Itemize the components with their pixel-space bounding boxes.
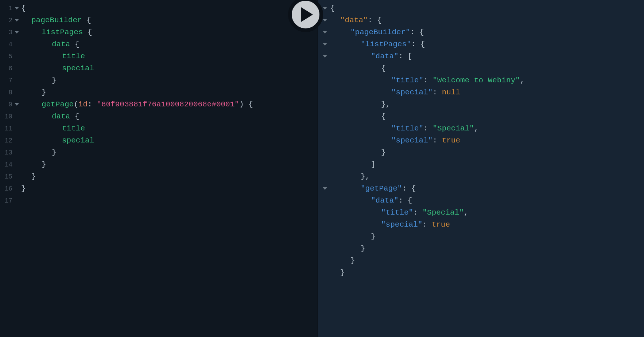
line-number: 8 xyxy=(4,89,12,96)
code-line[interactable]: } xyxy=(21,146,317,158)
code-line[interactable]: listPages { xyxy=(21,26,317,38)
code-line[interactable]: data { xyxy=(21,38,317,50)
code-line[interactable]: getPage(id: "60f903881f76a1000820068e#00… xyxy=(21,98,317,110)
gutter-line xyxy=(318,158,330,171)
gutter-line: 11 xyxy=(0,122,21,134)
code-line[interactable]: "data": { xyxy=(330,14,644,26)
code-line[interactable]: title xyxy=(21,122,317,134)
code-line[interactable]: data { xyxy=(21,110,317,122)
fold-toggle-icon[interactable] xyxy=(15,7,19,9)
gutter-line: 8 xyxy=(0,86,21,98)
line-number: 13 xyxy=(4,149,12,156)
response-viewer-pane: {"data": {"pageBuilder": {"listPages": {… xyxy=(317,0,644,337)
code-line[interactable]: } xyxy=(21,183,317,195)
gutter-line xyxy=(318,74,330,86)
fold-toggle-icon[interactable] xyxy=(323,187,327,190)
fold-toggle-icon[interactable] xyxy=(323,7,327,9)
fold-toggle-icon[interactable] xyxy=(323,31,327,34)
code-line[interactable]: }, xyxy=(330,171,644,183)
line-number: 15 xyxy=(4,173,12,180)
gutter-line xyxy=(318,219,330,231)
code-line[interactable]: special xyxy=(21,62,317,74)
gutter-line xyxy=(318,134,330,146)
gutter-line: 12 xyxy=(0,134,21,146)
line-number: 9 xyxy=(4,101,12,108)
code-line[interactable]: "special": null xyxy=(330,86,644,98)
gutter-line xyxy=(318,183,330,195)
gutter-line xyxy=(318,86,330,98)
code-line[interactable]: "title": "Special", xyxy=(330,207,644,219)
code-line[interactable]: "pageBuilder": { xyxy=(330,26,644,38)
code-line[interactable]: } xyxy=(21,171,317,183)
line-number: 5 xyxy=(4,53,12,60)
play-icon xyxy=(301,7,313,22)
fold-toggle-icon[interactable] xyxy=(15,19,19,21)
code-line[interactable]: "title": "Welcome to Webiny", xyxy=(330,74,644,86)
gutter-line xyxy=(318,207,330,219)
line-number: 17 xyxy=(4,197,12,204)
fold-toggle-icon[interactable] xyxy=(323,55,327,58)
line-number: 6 xyxy=(4,65,12,72)
code-line[interactable]: "special": true xyxy=(330,219,644,231)
gutter-line: 2 xyxy=(0,14,21,26)
code-line[interactable]: title xyxy=(21,50,317,62)
gutter-line xyxy=(318,146,330,158)
code-line[interactable]: { xyxy=(330,2,644,14)
gutter-line xyxy=(318,243,330,255)
gutter-line xyxy=(318,267,330,279)
gutter-line: 6 xyxy=(0,62,21,74)
fold-toggle-icon[interactable] xyxy=(15,103,19,106)
line-number: 2 xyxy=(4,17,12,24)
line-number: 1 xyxy=(4,5,12,12)
line-number: 4 xyxy=(4,41,12,48)
code-line[interactable]: } xyxy=(21,86,317,98)
gutter-line: 1 xyxy=(0,2,21,14)
line-number: 11 xyxy=(4,125,12,132)
gutter-line: 4 xyxy=(0,38,21,50)
graphql-playground: 1234567891011121314151617 {pageBuilder {… xyxy=(0,0,644,337)
code-line[interactable]: } xyxy=(330,243,644,255)
code-line[interactable]: "title": "Special", xyxy=(330,122,644,134)
code-line[interactable]: "special": true xyxy=(330,134,644,146)
line-number: 7 xyxy=(4,77,12,84)
code-line[interactable]: ] xyxy=(330,158,644,171)
code-line[interactable]: special xyxy=(21,134,317,146)
code-line[interactable]: "getPage": { xyxy=(330,183,644,195)
code-line[interactable]: { xyxy=(21,2,317,14)
fold-toggle-icon[interactable] xyxy=(323,19,327,21)
code-line[interactable]: } xyxy=(330,255,644,267)
gutter-line xyxy=(318,62,330,74)
gutter-line xyxy=(318,171,330,183)
gutter-line xyxy=(318,110,330,122)
fold-toggle-icon[interactable] xyxy=(15,31,19,34)
code-line[interactable]: pageBuilder { xyxy=(21,14,317,26)
code-line[interactable]: } xyxy=(330,267,644,279)
code-line[interactable]: }, xyxy=(330,98,644,110)
code-line[interactable]: "data": [ xyxy=(330,50,644,62)
code-line[interactable]: { xyxy=(330,110,644,122)
gutter-line: 16 xyxy=(0,183,21,195)
query-gutter: 1234567891011121314151617 xyxy=(0,0,21,337)
gutter-line: 9 xyxy=(0,98,21,110)
fold-toggle-icon[interactable] xyxy=(323,43,327,46)
gutter-line xyxy=(318,195,330,207)
query-code[interactable]: {pageBuilder {listPages {data {titlespec… xyxy=(21,0,317,337)
gutter-line xyxy=(318,26,330,38)
code-line[interactable]: { xyxy=(330,62,644,74)
code-line[interactable]: } xyxy=(21,74,317,86)
response-code[interactable]: {"data": {"pageBuilder": {"listPages": {… xyxy=(330,0,644,337)
gutter-line: 3 xyxy=(0,26,21,38)
code-line[interactable]: "listPages": { xyxy=(330,38,644,50)
code-line[interactable]: } xyxy=(21,158,317,171)
code-line[interactable] xyxy=(21,195,317,207)
code-line[interactable]: "data": { xyxy=(330,195,644,207)
line-number: 14 xyxy=(4,161,12,168)
gutter-line: 14 xyxy=(0,158,21,171)
gutter-line xyxy=(318,98,330,110)
gutter-line xyxy=(318,50,330,62)
gutter-line xyxy=(318,255,330,267)
code-line[interactable]: } xyxy=(330,231,644,243)
line-number: 3 xyxy=(4,29,12,36)
gutter-line xyxy=(318,231,330,243)
code-line[interactable]: } xyxy=(330,146,644,158)
